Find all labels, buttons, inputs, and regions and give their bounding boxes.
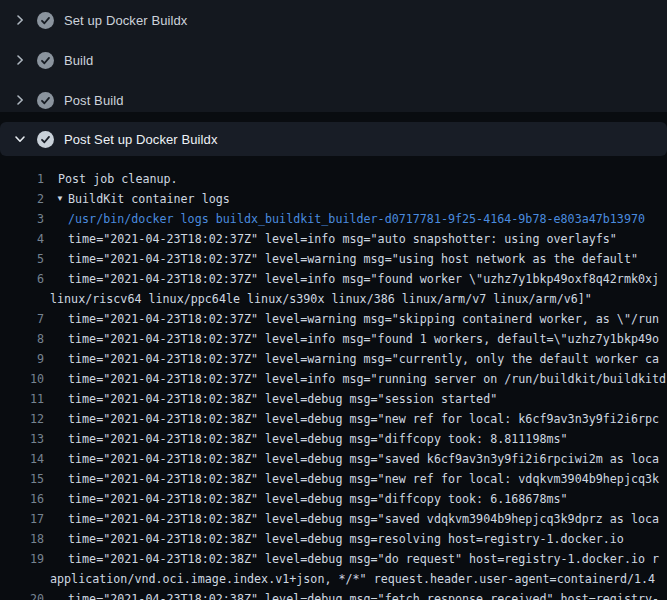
step-row-post-set-up-docker-buildx[interactable]: Post Set up Docker Buildx: [0, 122, 667, 156]
log-text: time="2021-04-23T18:02:37Z" level=info m…: [68, 329, 659, 349]
steps-list: Set up Docker Buildx Build Post Build: [0, 0, 667, 112]
log-row: 12time="2021-04-23T18:02:38Z" level=debu…: [0, 409, 667, 429]
log-row: 18time="2021-04-23T18:02:38Z" level=debu…: [0, 529, 667, 549]
steps-header-gap: [0, 112, 667, 122]
line-number[interactable]: 9: [0, 349, 44, 369]
log-text: Post job cleanup.: [58, 169, 178, 189]
chevron-right-icon: [12, 12, 28, 28]
actions-log-viewer: Set up Docker Buildx Build Post Build: [0, 0, 667, 600]
log-panel: 1Post job cleanup. 2▼BuildKit container …: [0, 156, 667, 600]
log-row-wrap: linux/riscv64 linux/ppc64le linux/s390x …: [0, 289, 667, 309]
log-text: time="2021-04-23T18:02:37Z" level=info m…: [68, 269, 659, 289]
chevron-down-icon: [12, 131, 28, 147]
line-number[interactable]: 2: [0, 189, 44, 209]
log-text-continuation: linux/riscv64 linux/ppc64le linux/s390x …: [50, 289, 592, 309]
step-row-build[interactable]: Build: [0, 40, 667, 80]
line-number[interactable]: 4: [0, 229, 44, 249]
log-row: 8time="2021-04-23T18:02:37Z" level=info …: [0, 329, 667, 349]
check-circle-icon: [37, 12, 54, 29]
line-number[interactable]: 16: [0, 489, 44, 509]
log-text: time="2021-04-23T18:02:37Z" level=warnin…: [68, 349, 659, 369]
log-text-continuation: application/vnd.oci.image.index.v1+json,…: [50, 569, 655, 589]
check-circle-icon: [37, 131, 54, 148]
line-number[interactable]: 15: [0, 469, 44, 489]
log-text: time="2021-04-23T18:02:38Z" level=debug …: [68, 489, 568, 509]
line-number[interactable]: 17: [0, 509, 44, 529]
log-text: time="2021-04-23T18:02:37Z" level=info m…: [68, 229, 617, 249]
log-row: 15time="2021-04-23T18:02:38Z" level=debu…: [0, 469, 667, 489]
line-number[interactable]: 18: [0, 529, 44, 549]
log-row: 6time="2021-04-23T18:02:37Z" level=info …: [0, 269, 667, 289]
step-label: Build: [64, 53, 93, 68]
line-number[interactable]: 1: [0, 169, 44, 189]
log-text: time="2021-04-23T18:02:37Z" level=warnin…: [68, 309, 659, 329]
log-row: 14time="2021-04-23T18:02:38Z" level=debu…: [0, 449, 667, 469]
log-text: time="2021-04-23T18:02:38Z" level=debug …: [68, 529, 624, 549]
step-label: Post Set up Docker Buildx: [64, 132, 218, 147]
triangle-down-icon[interactable]: ▼: [56, 189, 68, 209]
line-number[interactable]: 19: [0, 549, 44, 569]
check-circle-icon: [37, 92, 54, 109]
log-row: 11time="2021-04-23T18:02:38Z" level=debu…: [0, 389, 667, 409]
log-text: time="2021-04-23T18:02:38Z" level=debug …: [68, 509, 659, 529]
log-text: time="2021-04-23T18:02:38Z" level=debug …: [68, 429, 568, 449]
log-row-group: 2▼BuildKit container logs: [0, 189, 667, 209]
log-row: 10time="2021-04-23T18:02:37Z" level=info…: [0, 369, 667, 389]
log-row: 7time="2021-04-23T18:02:37Z" level=warni…: [0, 309, 667, 329]
log-row: 13time="2021-04-23T18:02:38Z" level=debu…: [0, 429, 667, 449]
line-number[interactable]: 10: [0, 369, 44, 389]
line-number[interactable]: 12: [0, 409, 44, 429]
step-row-post-build[interactable]: Post Build: [0, 80, 667, 112]
chevron-right-icon: [12, 92, 28, 108]
line-number[interactable]: 3: [0, 209, 44, 229]
log-command-text: /usr/bin/docker logs buildx_buildkit_bui…: [68, 209, 645, 229]
log-row: 1Post job cleanup.: [0, 169, 667, 189]
log-text: time="2021-04-23T18:02:38Z" level=debug …: [68, 549, 659, 569]
line-number[interactable]: 6: [0, 269, 44, 289]
step-label: Post Build: [64, 93, 124, 108]
log-text: time="2021-04-23T18:02:38Z" level=debug …: [68, 389, 497, 409]
log-row: 17time="2021-04-23T18:02:38Z" level=debu…: [0, 509, 667, 529]
line-number[interactable]: 13: [0, 429, 44, 449]
log-row: 19time="2021-04-23T18:02:38Z" level=debu…: [0, 549, 667, 569]
line-number[interactable]: 7: [0, 309, 44, 329]
log-text: time="2021-04-23T18:02:38Z" level=debug …: [68, 449, 659, 469]
line-number[interactable]: 14: [0, 449, 44, 469]
log-row: 20time="2021-04-23T18:02:38Z" level=debu…: [0, 589, 667, 600]
log-text: time="2021-04-23T18:02:37Z" level=warnin…: [68, 249, 638, 269]
log-group-label[interactable]: BuildKit container logs: [68, 189, 230, 209]
log-row-wrap: application/vnd.oci.image.index.v1+json,…: [0, 569, 667, 589]
log-text: time="2021-04-23T18:02:38Z" level=debug …: [68, 409, 659, 429]
log-text: time="2021-04-23T18:02:38Z" level=debug …: [68, 469, 659, 489]
log-row: 5time="2021-04-23T18:02:37Z" level=warni…: [0, 249, 667, 269]
step-label: Set up Docker Buildx: [64, 13, 187, 28]
step-row-set-up-docker-buildx[interactable]: Set up Docker Buildx: [0, 0, 667, 40]
line-number[interactable]: 11: [0, 389, 44, 409]
line-number[interactable]: 5: [0, 249, 44, 269]
log-row-command: 3/usr/bin/docker logs buildx_buildkit_bu…: [0, 209, 667, 229]
log-text: time="2021-04-23T18:02:38Z" level=debug …: [68, 589, 659, 600]
log-row: 4time="2021-04-23T18:02:37Z" level=info …: [0, 229, 667, 249]
line-number[interactable]: 8: [0, 329, 44, 349]
chevron-right-icon: [12, 52, 28, 68]
log-row: 16time="2021-04-23T18:02:38Z" level=debu…: [0, 489, 667, 509]
check-circle-icon: [37, 52, 54, 69]
log-text: time="2021-04-23T18:02:37Z" level=info m…: [68, 369, 666, 389]
log-row: 9time="2021-04-23T18:02:37Z" level=warni…: [0, 349, 667, 369]
line-number[interactable]: 20: [0, 589, 44, 600]
